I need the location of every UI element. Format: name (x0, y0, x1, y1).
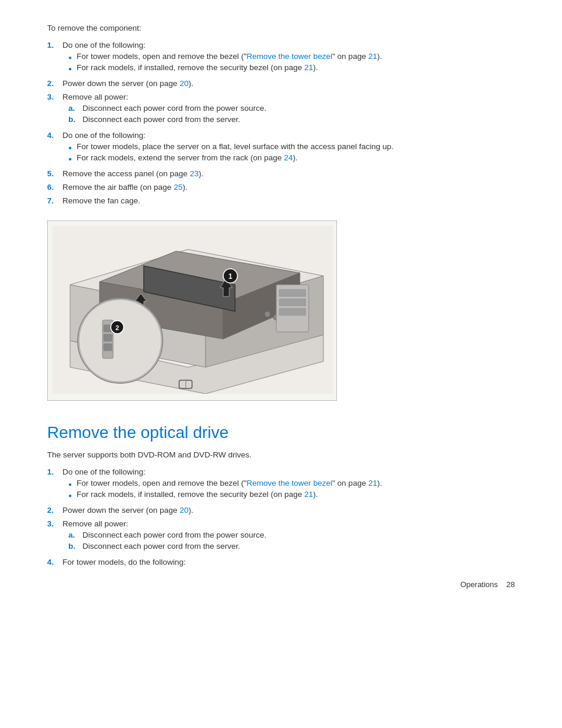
svg-point-16 (79, 299, 161, 382)
step-3-content: Remove all power: a. Disconnect each pow… (62, 93, 515, 126)
alpha-b-2: b. (68, 542, 78, 551)
bullet-icon: ● (68, 144, 72, 151)
bottom-step-1-sublist: ● For tower models, open and remove the … (68, 479, 515, 499)
bottom-step-1-num: 1. (47, 467, 62, 476)
bottom-steps-list: 1. Do one of the following: ● For tower … (47, 467, 515, 566)
page-25-link[interactable]: 25 (174, 183, 183, 192)
step-4-content: Do one of the following: ● For tower mod… (62, 131, 515, 164)
alpha-a-2: a. (68, 531, 78, 539)
bottom-step-3-content: Remove all power: a. Disconnect each pow… (62, 519, 515, 553)
step-3a-text: Disconnect each power cord from the powe… (82, 104, 266, 113)
step-7: 7. Remove the fan cage. (47, 196, 515, 205)
step-3b: b. Disconnect each power cord from the s… (68, 115, 515, 124)
page-21-link-3[interactable]: 21 (368, 479, 377, 487)
footer-page-num: 28 (507, 580, 515, 589)
step-4-text: Do one of the following: (62, 131, 146, 140)
page-24-link[interactable]: 24 (284, 153, 293, 162)
bottom-step-4: 4. For tower models, do the following: (47, 558, 515, 566)
bottom-step-3a-text: Disconnect each power cord from the powe… (82, 531, 266, 539)
svg-point-23 (265, 311, 270, 317)
step-1-sub-2-text: For rack models, if installed, remove th… (77, 63, 318, 72)
diagram-image: 1 2 2 (52, 226, 333, 394)
bottom-step-1-text: Do one of the following: (62, 467, 146, 476)
step-2-content: Power down the server (on page 20). (62, 79, 515, 88)
step-3a: a. Disconnect each power cord from the p… (68, 104, 515, 113)
step-2-num: 2. (47, 79, 62, 88)
svg-rect-27 (279, 289, 306, 297)
bottom-step-3: 3. Remove all power: a. Disconnect each … (47, 519, 515, 553)
remove-tower-bezel-link-1[interactable]: Remove the tower bezel (246, 52, 332, 61)
bottom-step-1-sub-1: ● For tower models, open and remove the … (68, 479, 515, 487)
page-20-link-1[interactable]: 20 (180, 79, 189, 88)
svg-rect-28 (279, 299, 306, 306)
step-1-sub-1-text: For tower models, open and remove the be… (77, 52, 382, 61)
step-1-sublist: ● For tower models, open and remove the … (68, 52, 515, 72)
svg-text:1: 1 (229, 272, 233, 281)
step-4-sub-2-text: For rack models, extend the server from … (77, 153, 297, 162)
step-1-text: Do one of the following: (62, 41, 146, 50)
bullet-icon: ● (68, 492, 72, 499)
step-5-content: Remove the access panel (on page 23). (62, 169, 515, 178)
step-7-num: 7. (47, 196, 62, 205)
step-6-num: 6. (47, 183, 62, 192)
step-1-content: Do one of the following: ● For tower mod… (62, 41, 515, 74)
step-4-sub-1: ● For tower models, place the server on … (68, 142, 515, 151)
step-1-sub-2: ● For rack models, if installed, remove … (68, 63, 515, 72)
svg-text:⌠: ⌠ (184, 381, 187, 388)
step-5: 5. Remove the access panel (on page 23). (47, 169, 515, 178)
bottom-step-3b-text: Disconnect each power cord from the serv… (82, 542, 240, 551)
step-3-num: 3. (47, 93, 62, 101)
diagram-container: 1 2 2 (47, 220, 337, 401)
footer-text: Operations (460, 580, 498, 589)
bottom-step-1-sub-2-text: For rack models, if installed, remove th… (77, 490, 318, 499)
step-5-num: 5. (47, 169, 62, 178)
step-4-sub-1-text: For tower models, place the server on a … (77, 142, 394, 151)
bottom-step-3-sublist: a. Disconnect each power cord from the p… (68, 531, 515, 551)
page-21-link-1[interactable]: 21 (368, 52, 377, 61)
section-intro: The server supports both DVD-ROM and DVD… (47, 450, 515, 459)
step-7-content: Remove the fan cage. (62, 196, 515, 205)
section-heading: Remove the optical drive (47, 423, 515, 442)
svg-rect-19 (104, 334, 112, 341)
page-20-link-2[interactable]: 20 (180, 506, 189, 515)
bottom-step-3b: b. Disconnect each power cord from the s… (68, 542, 515, 551)
bottom-step-2-content: Power down the server (on page 20). (62, 506, 515, 515)
step-4-sub-2: ● For rack models, extend the server fro… (68, 153, 515, 162)
bottom-step-1-sub-2: ● For rack models, if installed, remove … (68, 490, 515, 499)
bottom-step-4-content: For tower models, do the following: (62, 558, 515, 566)
page-container: To remove the component: 1. Do one of th… (0, 0, 562, 607)
step-4-sublist: ● For tower models, place the server on … (68, 142, 515, 162)
step-3-text: Remove all power: (62, 93, 128, 101)
step-1-sub-1: ● For tower models, open and remove the … (68, 52, 515, 61)
top-steps-list: 1. Do one of the following: ● For tower … (47, 41, 515, 205)
remove-tower-bezel-link-2[interactable]: Remove the tower bezel (246, 479, 332, 487)
bottom-step-1-content: Do one of the following: ● For tower mod… (62, 467, 515, 501)
bullet-icon: ● (68, 156, 72, 162)
bottom-step-3-num: 3. (47, 519, 62, 528)
svg-rect-20 (104, 344, 112, 351)
step-3b-text: Disconnect each power cord from the serv… (82, 115, 240, 124)
step-4-num: 4. (47, 131, 62, 140)
step-1-num: 1. (47, 41, 62, 50)
intro-text: To remove the component: (47, 24, 515, 32)
step-3-sublist: a. Disconnect each power cord from the p… (68, 104, 515, 124)
bottom-step-4-num: 4. (47, 558, 62, 566)
bottom-step-3a: a. Disconnect each power cord from the p… (68, 531, 515, 539)
page-23-link[interactable]: 23 (190, 169, 199, 178)
bullet-icon: ● (68, 481, 72, 487)
page-21-link-2[interactable]: 21 (304, 63, 313, 72)
bottom-step-3-text: Remove all power: (62, 519, 128, 528)
step-3: 3. Remove all power: a. Disconnect each … (47, 93, 515, 126)
bullet-icon: ● (68, 54, 72, 61)
step-2: 2. Power down the server (on page 20). (47, 79, 515, 88)
bottom-step-2: 2. Power down the server (on page 20). (47, 506, 515, 515)
svg-rect-29 (279, 308, 306, 315)
page-21-link-4[interactable]: 21 (304, 490, 313, 499)
bottom-step-2-num: 2. (47, 506, 62, 515)
bottom-step-1-sub-1-text: For tower models, open and remove the be… (77, 479, 382, 487)
step-1: 1. Do one of the following: ● For tower … (47, 41, 515, 74)
alpha-b-1: b. (68, 115, 78, 124)
alpha-a-1: a. (68, 104, 78, 113)
page-footer: Operations 28 (460, 580, 515, 589)
step-4: 4. Do one of the following: ● For tower … (47, 131, 515, 164)
